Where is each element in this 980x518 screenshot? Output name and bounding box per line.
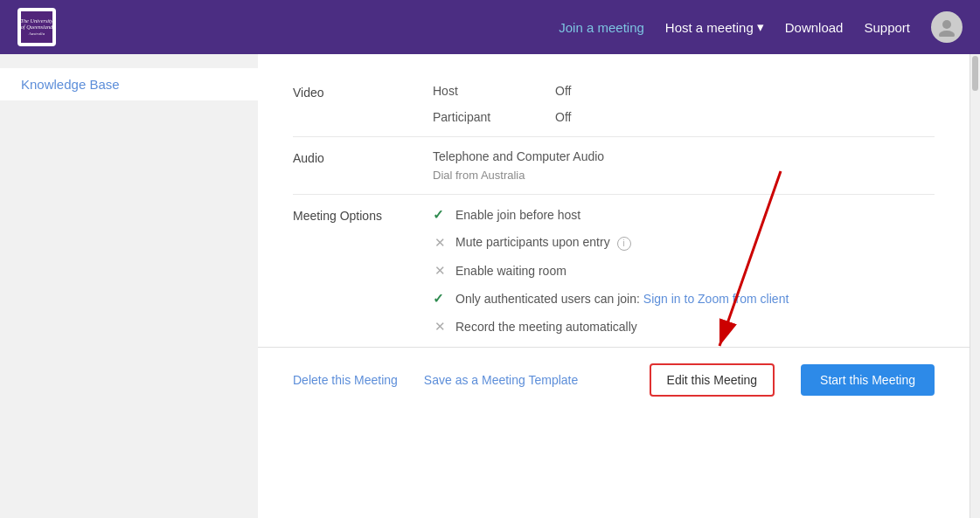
video-settings-row: Video Host Off Participant Off <box>293 72 935 137</box>
check-icon-1: ✓ <box>433 207 447 223</box>
option-2: ✕ Mute participants upon entry i <box>433 235 935 251</box>
audio-sub: Dial from Australia <box>433 169 935 182</box>
main-content: Video Host Off Participant Off <box>258 54 970 518</box>
option-3: ✕ Enable waiting room <box>433 263 935 279</box>
host-value: Off <box>555 84 571 98</box>
layout: Knowledge Base Video Host Off Participan… <box>0 54 980 518</box>
scrollbar[interactable] <box>970 54 980 518</box>
sidebar-item-knowledge-base[interactable]: Knowledge Base <box>0 68 258 100</box>
audio-type: Telephone and Computer Audio <box>433 149 935 163</box>
knowledge-base-link[interactable]: Knowledge Base <box>21 77 120 92</box>
chevron-down-icon: ▾ <box>757 19 764 35</box>
meeting-options-label: Meeting Options <box>293 207 433 335</box>
host-label: Host <box>433 84 511 98</box>
video-value: Host Off Participant Off <box>433 84 935 124</box>
option-5: ✕ Record the meeting automatically <box>433 319 935 335</box>
audio-label: Audio <box>293 149 433 182</box>
download-link[interactable]: Download <box>785 20 844 35</box>
meeting-options-row: Meeting Options ✓ Enable join before hos… <box>293 195 935 347</box>
cross-icon-2: ✕ <box>433 235 447 251</box>
participant-label: Participant <box>433 110 511 124</box>
option-1-text: Enable join before host <box>455 208 580 222</box>
svg-text:Australia: Australia <box>28 31 45 36</box>
support-link[interactable]: Support <box>864 20 910 35</box>
participant-value: Off <box>555 110 571 124</box>
audio-settings-row: Audio Telephone and Computer Audio Dial … <box>293 137 935 195</box>
settings-area: Video Host Off Participant Off <box>258 54 970 347</box>
footer: Delete this Meeting Save as a Meeting Te… <box>258 347 970 412</box>
option-3-text: Enable waiting room <box>455 264 566 278</box>
sign-in-link[interactable]: Sign in to Zoom from client <box>643 292 789 306</box>
options-list: ✓ Enable join before host ✕ Mute partici… <box>433 207 935 335</box>
option-5-text: Record the meeting automatically <box>455 320 637 334</box>
host-meeting-button[interactable]: Host a meeting ▾ <box>665 19 764 35</box>
avatar[interactable] <box>931 11 963 43</box>
header: The University of Queensland Australia J… <box>0 0 980 54</box>
logo-area: The University of Queensland Australia <box>17 8 56 46</box>
header-nav: Join a meeting Host a meeting ▾ Download… <box>559 11 963 43</box>
option-2-text: Mute participants upon entry i <box>455 235 631 250</box>
option-1: ✓ Enable join before host <box>433 207 935 223</box>
option-4-text: Only authenticated users can join: Sign … <box>455 292 789 306</box>
audio-value: Telephone and Computer Audio Dial from A… <box>433 149 935 182</box>
svg-point-5 <box>939 31 955 37</box>
uq-logo: The University of Queensland Australia <box>17 8 56 46</box>
cross-icon-3: ✕ <box>433 263 447 279</box>
svg-text:of Queensland: of Queensland <box>21 24 52 30</box>
start-meeting-button[interactable]: Start this Meeting <box>801 364 935 396</box>
cross-icon-5: ✕ <box>433 319 447 335</box>
check-icon-4: ✓ <box>433 291 447 307</box>
svg-text:The University: The University <box>21 17 52 24</box>
join-meeting-link[interactable]: Join a meeting <box>559 20 644 35</box>
sidebar: Knowledge Base <box>0 54 258 518</box>
save-template-link[interactable]: Save as a Meeting Template <box>424 373 578 387</box>
info-icon: i <box>617 237 631 251</box>
edit-meeting-button[interactable]: Edit this Meeting <box>650 363 775 397</box>
video-label: Video <box>293 84 433 124</box>
svg-point-4 <box>942 20 951 29</box>
meeting-options-value: ✓ Enable join before host ✕ Mute partici… <box>433 207 935 335</box>
option-4: ✓ Only authenticated users can join: Sig… <box>433 291 935 307</box>
delete-meeting-link[interactable]: Delete this Meeting <box>293 373 398 387</box>
